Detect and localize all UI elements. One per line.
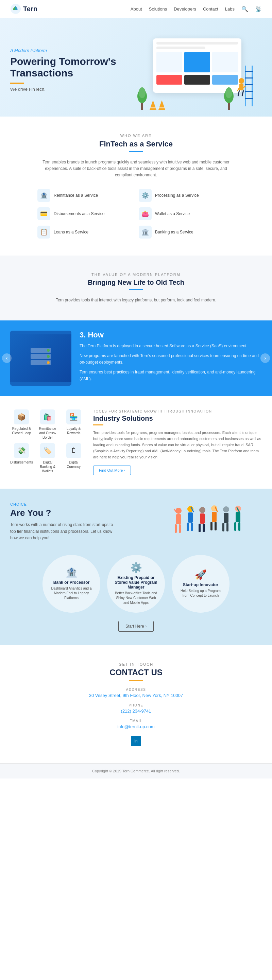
how-image: [10, 331, 72, 386]
tool-label-loyalty: Loyalty & Rewards: [62, 426, 85, 435]
card-dark: [184, 75, 210, 84]
service-banking: 🏛️ Banking as a Service: [139, 226, 235, 239]
footer-copyright: Copyright © 2019 Tern Commerce. All righ…: [92, 769, 180, 773]
service-remittance: 🏦 Remittance as a Service: [37, 189, 133, 202]
how-prev-button[interactable]: ‹: [2, 353, 11, 363]
choice-text: Choice Are You ? Tern works with a numbe…: [10, 502, 160, 548]
service-icon-disbursements: 💳: [37, 207, 50, 220]
tool-label-regulated: Regulated & Closed Loop: [10, 426, 33, 435]
svg-rect-53: [239, 522, 240, 531]
industry-tag: TOOLS FOR STRATEGIC GROWTH THROUGH INNOV…: [93, 409, 262, 413]
value-divider: [129, 289, 143, 290]
contact-title: CONTACT US: [10, 668, 262, 677]
svg-rect-36: [187, 523, 189, 531]
who-we-are-tag: WHO WE ARE: [10, 134, 262, 138]
contact-tag: GET IN TOUCH: [10, 662, 262, 667]
footer: Copyright © 2019 Tern Commerce. All righ…: [0, 763, 272, 778]
how-next-button[interactable]: ›: [261, 353, 270, 363]
find-out-more-button[interactable]: Find Out More ›: [93, 466, 131, 475]
hero-text: A Modern Platform Powering Tomorrow's Tr…: [10, 48, 133, 97]
svg-rect-51: [235, 512, 240, 522]
service-loans: 📋 Loans as a Service: [37, 226, 133, 239]
service-icon-wallet: 👛: [139, 207, 152, 220]
service-icon-loans: 📋: [37, 226, 50, 239]
who-we-are-divider: [129, 151, 143, 152]
choice-description: Tern works with a number of rising stars…: [10, 522, 119, 541]
nav-contact[interactable]: Contact: [203, 6, 218, 11]
how-para-2: New programs are launched with Tern's se…: [80, 353, 262, 366]
value-description: Tern provides tools that interact with l…: [48, 297, 224, 304]
contact-phone-value[interactable]: (212) 234-9741: [10, 708, 262, 714]
search-icon[interactable]: 🔍: [242, 6, 248, 12]
svg-point-19: [226, 88, 232, 98]
contact-social: in: [10, 736, 262, 746]
svg-rect-32: [175, 524, 177, 533]
svg-rect-41: [203, 523, 205, 532]
contact-address-label: ADDRESS: [10, 688, 262, 692]
svg-point-28: [47, 355, 49, 358]
rss-icon[interactable]: 📡: [255, 6, 262, 12]
industry-description: Tern provides tools for programs, progra…: [93, 430, 262, 460]
nav-developers[interactable]: Developers: [174, 6, 196, 11]
tool-label-disbursements: Disbursements: [10, 460, 33, 465]
svg-rect-35: [188, 512, 193, 523]
cone-2: [158, 100, 165, 110]
choice-icon-prepaid: ⚙️: [130, 562, 142, 573]
hero-description: We drive FinTech.: [10, 87, 133, 92]
svg-point-46: [223, 506, 229, 512]
svg-point-38: [199, 507, 205, 513]
value-title: Bringing New Life to Old Tech: [10, 278, 262, 286]
start-here-button[interactable]: Start Here ›: [118, 621, 154, 632]
value-section: THE VALUE OF A MODERN PLATFORM Bringing …: [0, 256, 272, 320]
choice-card-prepaid-title: Existing Prepaid or Stored Value Program…: [114, 575, 158, 590]
tool-disbursements: 💸 Disbursements: [10, 443, 33, 473]
svg-line-12: [238, 91, 239, 96]
contact-divider: [129, 680, 143, 681]
browser-bar-1: [156, 42, 238, 45]
tool-icon-disbursements: 💸: [14, 443, 29, 458]
hero-illustration: [133, 35, 262, 110]
hero-subtitle: A Modern Platform: [10, 48, 133, 53]
svg-rect-45: [215, 522, 216, 530]
svg-rect-21: [150, 107, 156, 108]
tool-icon-regulated: 📦: [14, 409, 29, 425]
contact-email-value[interactable]: info@ternit.up.com: [10, 724, 262, 729]
nav-labs[interactable]: Labs: [225, 6, 235, 11]
svg-rect-3: [245, 71, 253, 72]
service-label-loans: Loans as a Service: [54, 230, 88, 234]
social-linkedin-link[interactable]: in: [131, 736, 141, 746]
nav-links: About Solutions Developers Contact Labs …: [130, 6, 262, 12]
choice-icon-startup: 🚀: [195, 569, 207, 581]
service-icon-processing: ⚙️: [139, 189, 152, 202]
service-icon-banking: 🏛️: [139, 226, 152, 239]
brand-logo[interactable]: Tern: [10, 3, 37, 14]
svg-rect-5: [245, 84, 253, 85]
service-disbursements: 💳 Disbursements as a Service: [37, 207, 133, 220]
value-tag: THE VALUE OF A MODERN PLATFORM: [10, 272, 262, 277]
svg-rect-9: [239, 84, 243, 91]
browser-content: [156, 52, 238, 72]
tool-icon-digital-banking: 🏷️: [40, 443, 55, 458]
nav-about[interactable]: About: [130, 6, 142, 11]
nav-solutions[interactable]: Solutions: [149, 6, 167, 11]
contact-section: GET IN TOUCH CONTACT US ADDRESS 30 Vesey…: [0, 645, 272, 763]
industry-section: 📦 Regulated & Closed Loop 🛍️ Remittance …: [0, 396, 272, 489]
choice-card-prepaid[interactable]: ⚙️ Existing Prepaid or Stored Value Prog…: [107, 555, 165, 612]
choice-card-bank[interactable]: 🏦 Bank or Processor Dashboard Analytics …: [43, 555, 100, 612]
choice-tag: Choice: [10, 502, 160, 506]
tool-regulated: 📦 Regulated & Closed Loop: [10, 409, 33, 440]
choice-card-prepaid-desc: Better Back-office Tools and Shiny New C…: [114, 591, 158, 605]
service-label-processing: Processing as a Service: [155, 193, 199, 198]
contact-email-block: EMAIL info@ternit.up.com: [10, 719, 262, 729]
cone-1: [150, 100, 156, 110]
svg-rect-49: [226, 523, 229, 531]
choice-card-startup-title: Start-up Innovator: [183, 582, 218, 587]
svg-rect-4: [245, 78, 253, 78]
choice-cards-row: 🏦 Bank or Processor Dashboard Analytics …: [10, 555, 262, 612]
how-section: ‹ 3. How The Tern Platform is deployed i…: [0, 320, 272, 396]
svg-line-13: [242, 91, 243, 96]
choice-card-startup[interactable]: 🚀 Start-up Innovator Help Setting up a P…: [172, 555, 229, 612]
services-grid: 🏦 Remittance as a Service ⚙️ Processing …: [37, 189, 235, 239]
hero-section: A Modern Platform Powering Tomorrow's Tr…: [0, 18, 272, 116]
tool-remittance: 🛍️ Remittance and Cross-Border: [37, 409, 59, 440]
